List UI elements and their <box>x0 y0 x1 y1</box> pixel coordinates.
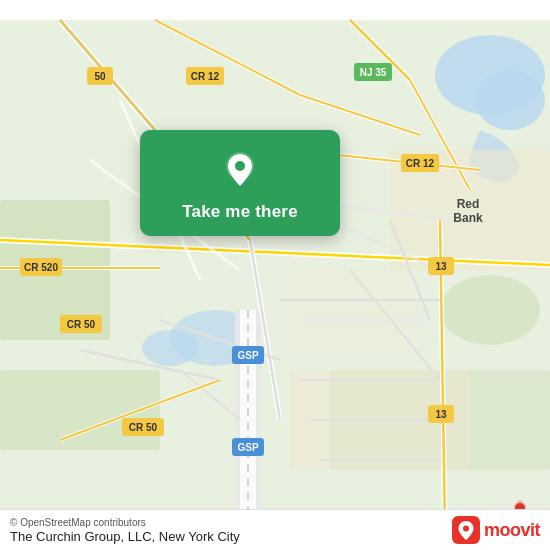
svg-point-4 <box>142 330 198 366</box>
svg-text:CR 50: CR 50 <box>67 319 96 330</box>
svg-text:Bank: Bank <box>453 211 483 225</box>
svg-point-79 <box>235 161 245 171</box>
svg-text:50: 50 <box>94 71 106 82</box>
svg-point-8 <box>440 275 540 345</box>
svg-text:Red: Red <box>457 197 480 211</box>
svg-text:CR 50: CR 50 <box>129 422 158 433</box>
svg-text:GSP: GSP <box>237 442 258 453</box>
map-container: 50 CR 12 NJ 35 CR 12 12 CR 520 13 CR 50 … <box>0 0 550 550</box>
map-background: 50 CR 12 NJ 35 CR 12 12 CR 520 13 CR 50 … <box>0 0 550 550</box>
svg-text:13: 13 <box>435 261 447 272</box>
svg-point-2 <box>475 70 545 130</box>
location-title: The Curchin Group, LLC, New York City <box>10 529 240 544</box>
svg-text:CR 12: CR 12 <box>406 158 435 169</box>
bottom-bar: © OpenStreetMap contributors The Curchin… <box>0 509 550 550</box>
svg-text:NJ 35: NJ 35 <box>360 67 387 78</box>
moovit-brand-text: moovit <box>484 520 540 541</box>
svg-text:GSP: GSP <box>237 350 258 361</box>
moovit-logo: moovit <box>452 516 540 544</box>
take-me-there-card[interactable]: Take me there <box>140 130 340 236</box>
take-me-there-label: Take me there <box>182 202 298 222</box>
svg-point-81 <box>463 526 469 532</box>
svg-rect-11 <box>290 270 410 350</box>
svg-text:CR 520: CR 520 <box>24 262 58 273</box>
copyright-text: © OpenStreetMap contributors <box>10 517 240 528</box>
svg-text:13: 13 <box>435 409 447 420</box>
moovit-brand-icon <box>452 516 480 544</box>
bottom-left-info: © OpenStreetMap contributors The Curchin… <box>10 517 240 544</box>
location-pin-icon <box>218 148 262 192</box>
svg-text:CR 12: CR 12 <box>191 71 220 82</box>
